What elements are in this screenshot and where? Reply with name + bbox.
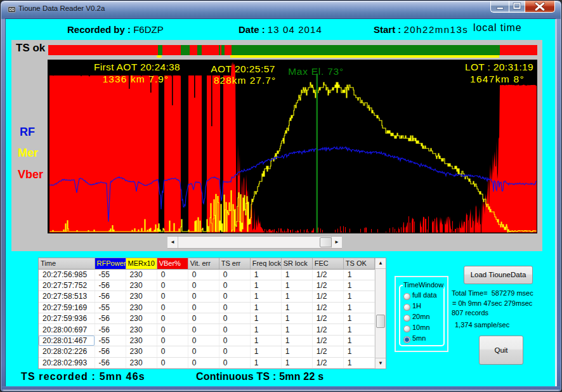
svg-text:1647km 8°: 1647km 8° (470, 74, 525, 84)
svg-text:1336 km 7.9°: 1336 km 7.9° (103, 74, 169, 84)
svg-text:LOT : 20:31:19: LOT : 20:31:19 (465, 62, 533, 72)
svg-text:AOT 20:25:57: AOT 20:25:57 (211, 63, 275, 74)
svg-text:First AOT 20:24:38: First AOT 20:24:38 (94, 62, 180, 72)
svg-text:Max El. 73°: Max El. 73° (288, 66, 344, 77)
svg-text:828km 27.7°: 828km 27.7° (214, 75, 276, 86)
